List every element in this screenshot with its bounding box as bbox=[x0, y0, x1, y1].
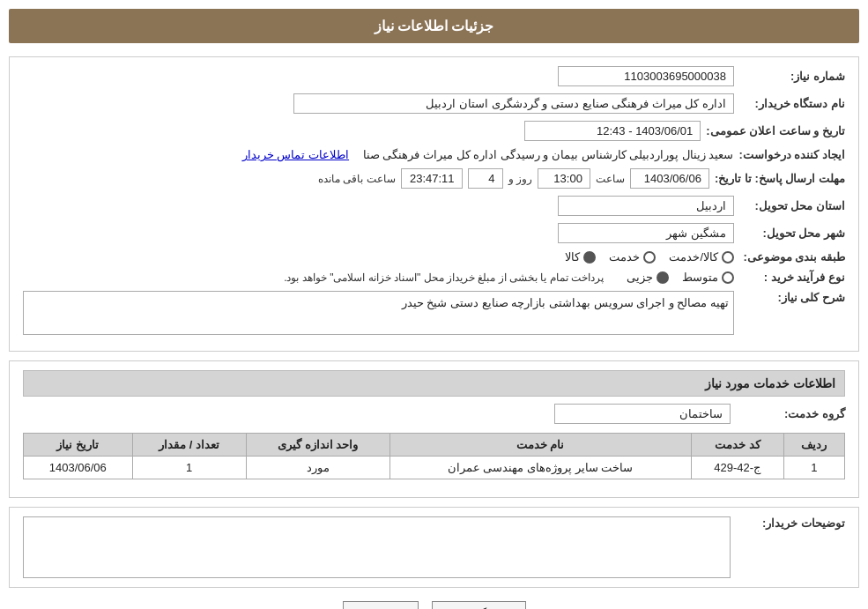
proc-jozii-label: جزیی bbox=[627, 271, 653, 284]
cell-code: ج-42-429 bbox=[691, 457, 783, 479]
col-name: نام خدمت bbox=[389, 434, 691, 457]
radio-jozii-icon bbox=[657, 271, 669, 284]
cell-qty: 1 bbox=[132, 457, 246, 479]
creator-value: سعید زینال پوراردبیلی کارشناس بیمان و رس… bbox=[363, 148, 734, 161]
category-row: طبقه بندی موضوعی: کالا/خدمت خدمت کالا bbox=[23, 250, 845, 264]
deadline-date: 1403/06/06 bbox=[630, 168, 709, 189]
cell-name: ساخت سایر پروژه‌های مهندسی عمران bbox=[389, 457, 691, 479]
province-label: استان محل تحویل: bbox=[739, 199, 845, 212]
city-label: شهر محل تحویل: bbox=[739, 227, 845, 240]
table-row: 1 ج-42-429 ساخت سایر پروژه‌های مهندسی عم… bbox=[24, 457, 845, 479]
org-name-row: نام دستگاه خریدار: اداره کل میراث فرهنگی… bbox=[23, 93, 845, 114]
col-qty: تعداد / مقدار bbox=[132, 434, 246, 457]
back-button[interactable]: بازگشت bbox=[432, 601, 526, 609]
org-name-value: اداره کل میراث فرهنگی صنایع دستی و گردشگ… bbox=[293, 93, 734, 114]
cell-row: 1 bbox=[783, 457, 844, 479]
proc-options: متوسط جزیی bbox=[627, 271, 734, 284]
col-code: کد خدمت bbox=[691, 434, 783, 457]
col-unit: واحد اندازه گیری bbox=[246, 434, 389, 457]
proc-mutawasset[interactable]: متوسط bbox=[682, 271, 734, 284]
category-kala-khidmat-label: کالا/خدمت bbox=[669, 250, 718, 264]
services-table: ردیف کد خدمت نام خدمت واحد اندازه گیری ت… bbox=[23, 433, 845, 479]
deadline-remaining: 23:47:11 bbox=[401, 168, 463, 189]
buyer-notes-section: توضیحات خریدار: bbox=[9, 507, 859, 588]
radio-khidmat-icon bbox=[643, 251, 656, 264]
buttons-row: بازگشت چاپ bbox=[9, 601, 859, 609]
service-group-value: ساختمان bbox=[554, 404, 731, 424]
city-value: مشگین شهر bbox=[558, 223, 734, 243]
info-section: شماره نیاز: 1103003695000038 نام دستگاه … bbox=[9, 56, 859, 352]
deadline-label: مهلت ارسال پاسخ: تا تاریخ: bbox=[715, 172, 845, 185]
category-options: کالا/خدمت خدمت کالا bbox=[565, 250, 734, 264]
cell-unit: مورد bbox=[246, 457, 389, 479]
date-value: 1403/06/01 - 12:43 bbox=[524, 121, 701, 141]
deadline-row: مهلت ارسال پاسخ: تا تاریخ: 1403/06/06 سا… bbox=[23, 168, 845, 189]
print-button[interactable]: چاپ bbox=[343, 601, 419, 609]
need-number-row: شماره نیاز: 1103003695000038 bbox=[23, 66, 845, 86]
need-number-value: 1103003695000038 bbox=[558, 66, 734, 86]
category-kala-khidmat[interactable]: کالا/خدمت bbox=[669, 250, 734, 264]
city-row: شهر محل تحویل: مشگین شهر bbox=[23, 223, 845, 243]
radio-kala-khidmat-icon bbox=[722, 251, 734, 264]
proc-type-label: نوع فرآیند خرید : bbox=[739, 271, 845, 284]
radio-kala-icon bbox=[583, 251, 596, 264]
cell-date: 1403/06/06 bbox=[24, 457, 133, 479]
category-label: طبقه بندی موضوعی: bbox=[739, 250, 845, 264]
contact-link[interactable]: اطلاعات تماس خریدار bbox=[242, 148, 349, 161]
creator-label: ایجاد کننده درخواست: bbox=[738, 148, 845, 161]
service-group-row: گروه خدمت: ساختمان bbox=[23, 404, 845, 424]
proc-type-row: نوع فرآیند خرید : متوسط جزیی پرداخت تمام… bbox=[23, 271, 845, 284]
category-kala[interactable]: کالا bbox=[565, 250, 596, 264]
deadline-day-label: روز و bbox=[508, 173, 532, 185]
creator-row: ایجاد کننده درخواست: سعید زینال پوراردبی… bbox=[23, 148, 845, 161]
proc-mutawasset-label: متوسط bbox=[682, 271, 718, 284]
deadline-remaining-label: ساعت باقی مانده bbox=[318, 173, 396, 185]
date-label: تاریخ و ساعت اعلان عمومی: bbox=[706, 124, 845, 137]
province-row: استان محل تحویل: اردبیل bbox=[23, 196, 845, 216]
services-section: اطلاعات خدمات مورد نیاز گروه خدمت: ساختم… bbox=[9, 360, 859, 498]
need-desc-label: شرح کلی نیاز: bbox=[739, 291, 845, 304]
category-khidmat-label: خدمت bbox=[609, 250, 640, 264]
need-desc-value: تهیه مصالح و اجرای سرویس بهداشتی بازارچه… bbox=[23, 291, 734, 335]
buyer-notes-label: توضیحات خریدار: bbox=[739, 516, 845, 530]
col-date: تاریخ نیاز bbox=[24, 434, 133, 457]
page-title: جزئیات اطلاعات نیاز bbox=[9, 9, 859, 43]
proc-jozii[interactable]: جزیی bbox=[627, 271, 669, 284]
service-group-label: گروه خدمت: bbox=[739, 407, 845, 420]
need-desc-row: شرح کلی نیاز: تهیه مصالح و اجرای سرویس ب… bbox=[23, 291, 845, 335]
services-title: اطلاعات خدمات مورد نیاز bbox=[23, 370, 845, 397]
need-number-label: شماره نیاز: bbox=[739, 70, 845, 83]
org-name-label: نام دستگاه خریدار: bbox=[739, 97, 845, 110]
buyer-notes-value bbox=[23, 516, 731, 578]
date-row: تاریخ و ساعت اعلان عمومی: 1403/06/01 - 1… bbox=[23, 121, 845, 141]
table-header-row: ردیف کد خدمت نام خدمت واحد اندازه گیری ت… bbox=[24, 434, 845, 457]
radio-mutawasset-icon bbox=[722, 271, 734, 284]
category-kala-label: کالا bbox=[565, 250, 580, 264]
deadline-time: 13:00 bbox=[538, 168, 590, 189]
category-khidmat[interactable]: خدمت bbox=[609, 250, 656, 264]
proc-note: پرداخت تمام یا بخشی از مبلغ خریداز محل "… bbox=[284, 271, 604, 284]
page-wrapper: جزئیات اطلاعات نیاز شماره نیاز: 11030036… bbox=[0, 0, 868, 609]
province-value: اردبیل bbox=[558, 196, 734, 216]
deadline-time-label: ساعت bbox=[596, 173, 625, 185]
deadline-days: 4 bbox=[468, 168, 503, 189]
col-row: ردیف bbox=[783, 434, 844, 457]
